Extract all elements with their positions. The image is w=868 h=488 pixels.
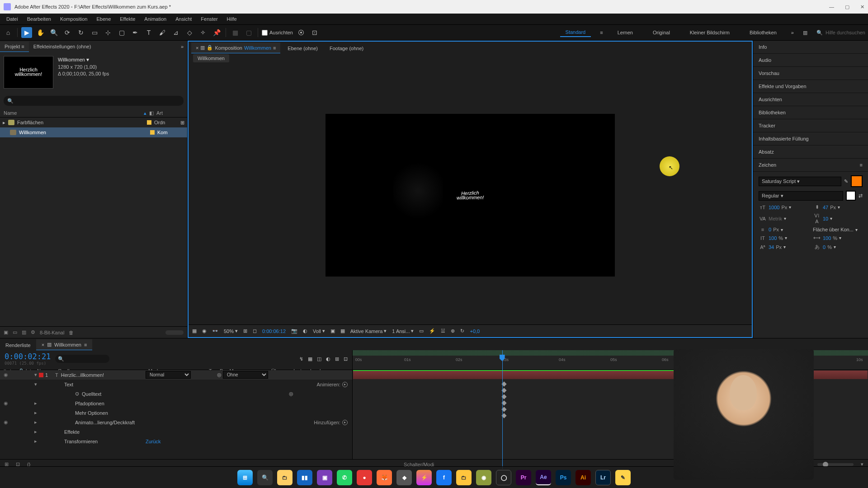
viewer-tab-comp[interactable]: ×▥🔒 Komposition Willkommen ≡ (191, 42, 280, 53)
animate-menu-icon[interactable]: ▸ (342, 382, 348, 387)
tracking[interactable]: V⁞A10 ▾ (813, 213, 863, 224)
trackMatte-select[interactable]: Ohne (223, 371, 268, 379)
vertical-scale[interactable]: IT100 % ▾ (759, 235, 808, 241)
panel-libraries[interactable]: Bibliotheken (753, 106, 868, 119)
camera-dropdown[interactable]: Aktive Kamera ▾ (350, 328, 387, 334)
camera-tool[interactable]: ▭ (89, 27, 100, 38)
menu-ansicht[interactable]: Ansicht (171, 14, 196, 23)
visibility-toggle[interactable]: ◉ (4, 372, 8, 378)
flowchart-crumb[interactable]: Willkommen (189, 53, 752, 66)
motionblur-toggle[interactable]: ◐ (326, 356, 330, 362)
composition-canvas[interactable]: Herzlich willkommen! (326, 114, 615, 277)
taskbar-illustrator[interactable]: Ai (576, 470, 591, 485)
clone-tool[interactable]: ⊿ (170, 27, 181, 38)
menu-animation[interactable]: Animation (140, 14, 171, 23)
menu-hilfe[interactable]: Hilfe (222, 14, 241, 23)
shape-fill[interactable]: ▦ (230, 27, 241, 38)
workspace-kleiner[interactable]: Kleiner Bildschirm (684, 28, 735, 37)
panel-contentaware[interactable]: Inhaltsbasierte Füllung (753, 132, 868, 145)
prop-sourcetext[interactable]: ⊙ Quelltext ◎ (0, 389, 352, 399)
baseline-shift[interactable]: Aª34 Px ▾ (759, 244, 808, 250)
menu-ebene[interactable]: Ebene (92, 14, 115, 23)
taskbar-premiere[interactable]: Pr (516, 470, 531, 485)
taskbar-app[interactable]: ▮▮ (297, 470, 312, 485)
flowchart-icon[interactable]: ⊕ (451, 328, 455, 334)
swap-colors-icon[interactable]: ⇄ (859, 193, 863, 199)
panel-vorschau[interactable]: Vorschau (753, 67, 868, 80)
pen-tool[interactable]: ✒ (130, 27, 141, 38)
taskbar-notes[interactable]: ✎ (615, 470, 631, 485)
expression-pick-icon[interactable]: ◎ (289, 391, 293, 397)
rotate-tool[interactable]: ↻ (75, 27, 86, 38)
visibility-toggle[interactable]: ◉ (4, 400, 8, 406)
tsume[interactable]: あ0 % ▾ (813, 244, 863, 250)
timeline-icon[interactable]: ☱ (441, 328, 445, 334)
reset-link[interactable]: Zurück (146, 439, 161, 444)
project-tab[interactable]: Projekt ≡ (0, 42, 29, 52)
shy-toggle[interactable]: ↯ (299, 356, 303, 362)
shape-tool[interactable]: ▢ (116, 27, 127, 38)
kerning[interactable]: VAMetrik ▾ (759, 213, 808, 224)
viewer-tab-layer[interactable]: Ebene (ohne) (283, 43, 322, 53)
interpret-icon[interactable]: ▣ (4, 329, 8, 335)
workspace-bibliotheken[interactable]: Bibliotheken (744, 28, 782, 37)
taskbar-app-grey[interactable]: ◆ (396, 470, 412, 485)
mask-toggle[interactable]: ◉ (202, 328, 207, 334)
taskbar-lightroom[interactable]: Lr (595, 470, 611, 485)
font-style-dropdown[interactable]: Regular ▾ (759, 191, 843, 201)
taskbar-obs[interactable]: ◯ (496, 470, 511, 485)
trackMatte-pick[interactable]: ◎ (217, 372, 222, 377)
taskbar-search[interactable]: 🔍 (257, 470, 273, 485)
menu-bearbeiten[interactable]: Bearbeiten (23, 14, 56, 23)
blend-mode-select[interactable]: Normal (146, 371, 191, 379)
taskbar-app-green[interactable]: ◉ (476, 470, 491, 485)
orbit-tool[interactable]: ⟳ (62, 27, 73, 38)
shape-stroke[interactable]: ▢ (243, 27, 254, 38)
leading[interactable]: ⬍47 Px ▾ (813, 204, 863, 210)
sort-icon[interactable]: ▴ (144, 110, 146, 116)
taskbar-folder[interactable]: 🗀 (456, 470, 472, 485)
menu-datei[interactable]: Datei (2, 14, 23, 23)
workspace-overflow-icon[interactable]: » (791, 30, 794, 35)
help-search[interactable]: 🔍 Hilfe durchsuchen (816, 30, 865, 36)
resolution-dropdown[interactable]: Voll ▾ (313, 328, 325, 334)
font-size[interactable]: тT1000 Px ▾ (759, 204, 808, 210)
pixel-aspect-icon[interactable]: ▭ (419, 328, 424, 334)
views-dropdown[interactable]: 1 Ansi... ▾ (392, 328, 414, 334)
bit-depth[interactable]: 8-Bit-Kanal (40, 330, 64, 335)
workspace-original[interactable]: Original (647, 28, 675, 37)
brain-toggle[interactable]: ⊡ (344, 356, 348, 362)
taskbar-firefox[interactable]: 🦊 (377, 470, 392, 485)
refresh-icon[interactable]: ↻ (460, 328, 464, 334)
snapshot-icon[interactable]: 📷 (291, 328, 297, 334)
horizontal-scale[interactable]: ⟷100 % ▾ (813, 235, 863, 241)
panel-info[interactable]: Info (753, 41, 868, 54)
selection-tool[interactable]: ▶ (21, 27, 32, 38)
settings-icon[interactable]: ⚙ (31, 329, 35, 335)
puppet-tool[interactable]: 📌 (211, 27, 222, 38)
new-folder-icon[interactable]: ▭ (13, 329, 17, 335)
stroke-color[interactable] (846, 191, 856, 201)
grid-icon[interactable]: ⊞ (243, 328, 247, 334)
prop-path[interactable]: ◉▸ Pfadoptionen (0, 399, 352, 408)
current-timecode[interactable]: 0:00:02:21 (5, 352, 51, 361)
project-item-comp[interactable]: Willkommen Kom (0, 127, 187, 137)
workspace-standard[interactable]: Standard (560, 28, 591, 37)
panel-paragraph[interactable]: Absatz (753, 145, 868, 159)
guides-toggle[interactable]: 👓 (212, 328, 218, 334)
comp-thumbnail[interactable]: Herzlichwillkommen! (4, 56, 53, 89)
channels-icon[interactable]: ◐ (303, 328, 307, 334)
taskbar-whatsapp[interactable]: ✆ (337, 470, 352, 485)
prop-text[interactable]: ▾ Text Animieren:▸ (0, 380, 352, 389)
taskbar-explorer[interactable]: 🗀 (277, 470, 292, 485)
panel-character[interactable]: Zeichen≡ (753, 159, 868, 172)
project-item-folder[interactable]: ▸ Farbflächen Ordn ⊞ (0, 117, 187, 127)
hand-tool[interactable]: ✋ (35, 27, 46, 38)
alpha-toggle[interactable]: ▦ (192, 328, 197, 334)
anchor-tool[interactable]: ⊹ (103, 27, 113, 38)
close-button[interactable]: ✕ (860, 4, 864, 10)
layer-color[interactable] (39, 373, 43, 377)
project-toggle[interactable] (165, 330, 184, 335)
exposure-value[interactable]: +0,0 (470, 328, 480, 334)
new-comp-icon[interactable]: ▥ (22, 329, 26, 335)
